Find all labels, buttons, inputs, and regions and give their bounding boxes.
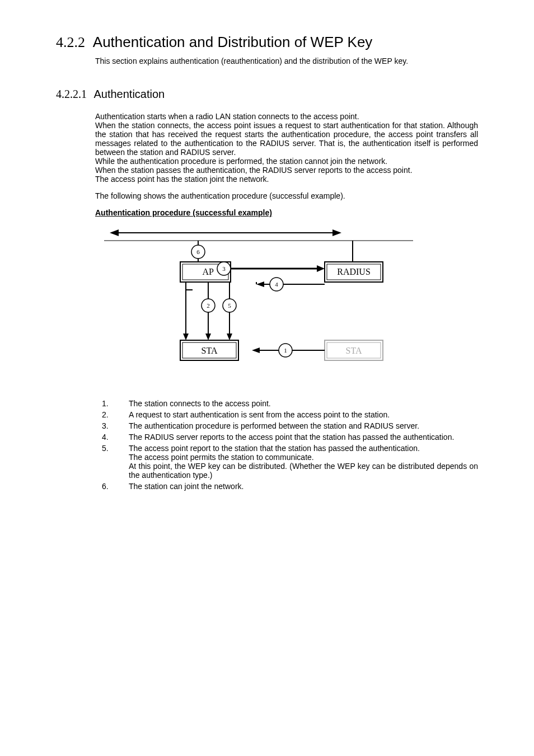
- svg-marker-8: [317, 265, 325, 272]
- section-title: Authentication and Distribution of WEP K…: [93, 34, 373, 50]
- steps-list: 1. The station connects to the access po…: [95, 399, 478, 491]
- arrow-down-left: [183, 282, 193, 340]
- sta-label: STA: [202, 346, 218, 355]
- section-heading: 4.2.2 Authentication and Distribution of…: [56, 34, 478, 51]
- subsection-body: Authentication starts when a radio LAN s…: [95, 112, 478, 491]
- section-intro: This section explains authentication (re…: [95, 57, 478, 65]
- step-number: 4.: [95, 433, 129, 442]
- document-page: 4.2.2 Authentication and Distribution of…: [0, 0, 534, 756]
- para-line: The access point has the station joint t…: [95, 175, 269, 184]
- sta-box-grey: STA: [325, 340, 383, 360]
- arrow-4: [256, 281, 325, 287]
- para-line: Authentication starts when a radio LAN s…: [95, 112, 359, 121]
- step-circle-2: 2: [202, 299, 215, 312]
- step-number: 2.: [95, 410, 129, 419]
- step-circle-1: 1: [279, 344, 292, 357]
- step-circle-3: 3: [217, 262, 231, 275]
- para-line: When the station connects, the access po…: [95, 121, 478, 157]
- step-text: The access point report to the station t…: [129, 444, 478, 480]
- section-number: 4.2.2: [56, 34, 85, 50]
- radius-label: RADIUS: [337, 267, 371, 276]
- step-text: A request to start authentication is sen…: [129, 410, 478, 419]
- svg-text:5: 5: [228, 302, 231, 309]
- step-circle-5: 5: [223, 299, 236, 312]
- list-item: 1. The station connects to the access po…: [95, 399, 478, 408]
- step-text: The station can joint the network.: [129, 482, 478, 491]
- svg-marker-24: [227, 334, 232, 340]
- step-number: 6.: [95, 482, 129, 491]
- svg-text:2: 2: [207, 302, 210, 309]
- subsection-title: Authentication: [93, 88, 165, 100]
- step-circle-6: 6: [191, 245, 205, 259]
- subsection-heading: 4.2.2.1 Authentication: [56, 88, 478, 101]
- paragraph: The following shows the authentication p…: [95, 191, 478, 200]
- step-circle-4: 4: [270, 278, 283, 291]
- step-number: 1.: [95, 399, 129, 408]
- svg-text:4: 4: [275, 281, 278, 288]
- step-number: 5.: [95, 444, 129, 480]
- step-text: The authentication procedure is performe…: [129, 421, 478, 430]
- diagram: AP RADIUS: [102, 224, 478, 388]
- list-item: 5. The access point report to the statio…: [95, 444, 478, 480]
- svg-text:1: 1: [284, 347, 287, 354]
- list-item: 4. The RADIUS server reports to the acce…: [95, 433, 478, 442]
- list-item: 2. A request to start authentication is …: [95, 410, 478, 419]
- svg-text:6: 6: [196, 248, 200, 255]
- paragraph: Authentication starts when a radio LAN s…: [95, 112, 478, 184]
- subsection-number: 4.2.2.1: [56, 88, 87, 100]
- svg-text:3: 3: [222, 265, 226, 272]
- svg-marker-20: [183, 334, 189, 340]
- sta-box: STA: [180, 340, 238, 360]
- list-item: 6. The station can joint the network.: [95, 482, 478, 491]
- svg-marker-1: [110, 229, 119, 236]
- diagram-svg: AP RADIUS: [102, 224, 415, 386]
- para-line: While the authentication procedure is pe…: [95, 157, 387, 166]
- sta-grey-label: STA: [346, 346, 362, 355]
- diagram-caption: Authentication procedure (successful exa…: [95, 208, 478, 217]
- radius-box: RADIUS: [325, 262, 383, 282]
- list-item: 3. The authentication procedure is perfo…: [95, 421, 478, 430]
- ap-label: AP: [203, 267, 214, 276]
- svg-marker-10: [256, 281, 264, 287]
- network-bus-arrow: [110, 229, 341, 236]
- step-number: 3.: [95, 421, 129, 430]
- step-text: The RADIUS server reports to the access …: [129, 433, 478, 442]
- arrow-3: [231, 265, 325, 272]
- svg-marker-34: [252, 348, 260, 353]
- step-text: The station connects to the access point…: [129, 399, 478, 408]
- para-line: When the station passes the authenticati…: [95, 166, 413, 175]
- svg-marker-2: [332, 229, 341, 236]
- svg-marker-22: [205, 334, 211, 340]
